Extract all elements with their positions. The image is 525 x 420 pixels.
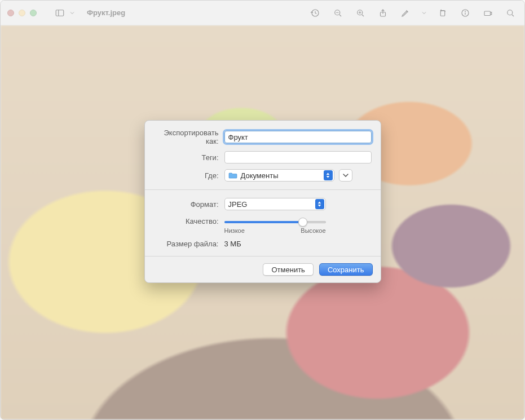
slider-fill <box>224 221 303 223</box>
format-label: Формат: <box>154 200 219 209</box>
quality-low-label: Низкое <box>224 227 245 234</box>
slider-range-labels: Низкое Высокое <box>224 227 326 234</box>
format-value: JPEG <box>228 200 312 209</box>
updown-icon <box>315 199 324 209</box>
export-as-label: Экспортировать как: <box>154 129 219 145</box>
filesize-value: 3 МБ <box>224 240 241 248</box>
tags-label: Теги: <box>154 153 219 162</box>
disclosure-button[interactable] <box>339 169 352 182</box>
tags-input[interactable] <box>224 151 372 163</box>
where-select[interactable]: Документы <box>224 169 334 182</box>
app-window: Фрукт.jpeg <box>0 0 525 420</box>
cancel-button[interactable]: Отменить <box>263 263 313 276</box>
folder-icon <box>228 172 237 179</box>
save-button[interactable]: Сохранить <box>319 263 373 276</box>
dialog-footer: Отменить Сохранить <box>145 257 381 282</box>
export-filename-input[interactable] <box>224 131 372 143</box>
quality-high-label: Высокое <box>301 227 325 234</box>
slider-knob[interactable] <box>298 218 307 227</box>
filesize-label: Размер файла: <box>154 240 219 248</box>
format-select[interactable]: JPEG <box>224 198 326 210</box>
quality-slider[interactable] <box>224 217 326 227</box>
where-label: Где: <box>154 171 219 180</box>
export-dialog: Экспортировать как: Теги: Где: <box>144 120 381 283</box>
updown-icon <box>324 170 333 180</box>
where-value: Документы <box>241 171 320 180</box>
quality-label: Качество: <box>154 216 219 226</box>
